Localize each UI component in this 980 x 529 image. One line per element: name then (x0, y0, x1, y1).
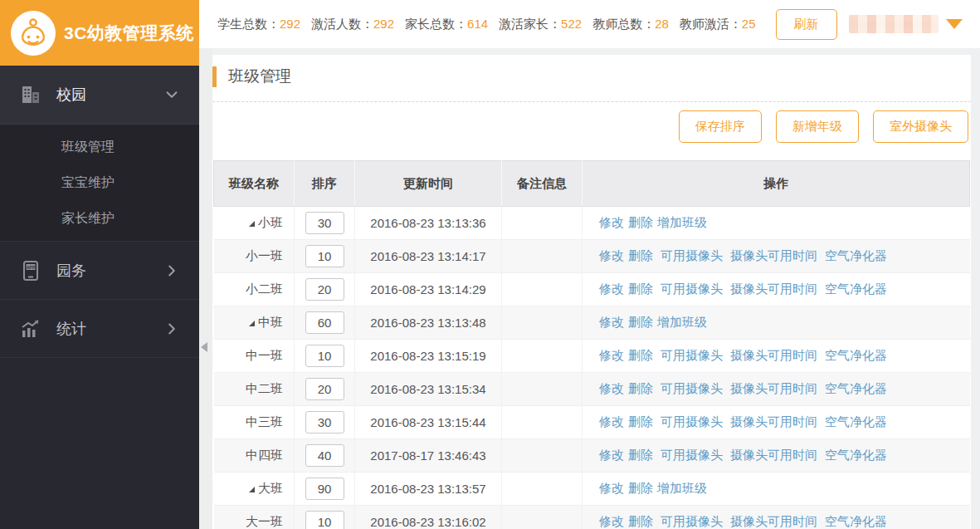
class-name-cell: 中二班 (214, 373, 295, 406)
sort-order-input[interactable] (305, 411, 344, 433)
delete-link[interactable]: 删除 (628, 315, 653, 329)
camera-time-link[interactable]: 摄像头可用时间 (730, 414, 817, 429)
edit-link[interactable]: 修改 (599, 481, 624, 495)
header-update-time: 更新时间 (355, 161, 502, 207)
refresh-button[interactable]: 刷新 (776, 9, 837, 40)
sidebar-item-campus[interactable]: 校园 (0, 66, 199, 124)
tree-expanded-icon[interactable] (249, 221, 255, 227)
class-name-cell: 大一班 (214, 506, 295, 529)
stat-teachers-total: 教师总数：28 (592, 17, 669, 32)
edit-link[interactable]: 修改 (599, 514, 624, 528)
delete-link[interactable]: 删除 (628, 248, 653, 262)
camera-time-link[interactable]: 摄像头可用时间 (730, 381, 817, 395)
delete-link[interactable]: 删除 (628, 448, 653, 462)
edit-link[interactable]: 修改 (599, 248, 624, 262)
actions-cell: 修改删除可用摄像头摄像头可用时间空气净化器 (583, 406, 970, 439)
add-class-link[interactable]: 增加班级 (657, 215, 707, 229)
edit-link[interactable]: 修改 (599, 381, 624, 395)
actions-cell: 修改删除增加班级 (583, 473, 970, 506)
note-cell (502, 240, 583, 273)
delete-link[interactable]: 删除 (628, 514, 653, 528)
edit-link[interactable]: 修改 (599, 282, 624, 296)
user-menu[interactable] (849, 0, 963, 48)
tree-expanded-icon[interactable] (249, 487, 255, 492)
sort-order-input[interactable] (305, 511, 344, 529)
sort-order-input[interactable] (305, 478, 344, 500)
sort-order-input[interactable] (305, 345, 344, 367)
sort-order-input[interactable] (305, 444, 344, 467)
air-purifier-link[interactable]: 空气净化器 (825, 448, 887, 462)
air-purifier-link[interactable]: 空气净化器 (825, 248, 887, 262)
delete-link[interactable]: 删除 (628, 414, 653, 429)
sidebar-collapse-icon[interactable] (201, 342, 207, 352)
sort-order-input[interactable] (305, 245, 344, 267)
sort-cell (295, 306, 355, 340)
note-cell (502, 373, 583, 406)
sidebar: 3C幼教管理系统 校园 班级管理 宝宝维护 家长维护 (0, 0, 199, 529)
camera-time-link[interactable]: 摄像头可用时间 (730, 248, 817, 262)
delete-link[interactable]: 删除 (628, 481, 653, 495)
user-dropdown-caret-icon (946, 19, 963, 29)
delete-link[interactable]: 删除 (628, 215, 653, 229)
available-cameras-link[interactable]: 可用摄像头 (661, 348, 723, 362)
actions-cell: 修改删除可用摄像头摄像头可用时间空气净化器 (583, 506, 970, 529)
header-sort: 排序 (295, 161, 355, 207)
actions-cell: 修改删除可用摄像头摄像头可用时间空气净化器 (583, 240, 970, 273)
note-cell (502, 473, 583, 506)
sidebar-item-label: 统计 (56, 319, 86, 339)
redacted-username (849, 15, 939, 33)
edit-link[interactable]: 修改 (599, 215, 624, 229)
camera-time-link[interactable]: 摄像头可用时间 (730, 348, 817, 362)
edit-link[interactable]: 修改 (599, 414, 624, 429)
note-cell (502, 207, 583, 240)
sort-order-input[interactable] (305, 212, 344, 234)
available-cameras-link[interactable]: 可用摄像头 (661, 381, 723, 395)
tree-expanded-icon[interactable] (249, 321, 255, 326)
available-cameras-link[interactable]: 可用摄像头 (661, 248, 723, 262)
app-title: 3C幼教管理系统 (64, 22, 194, 45)
camera-time-link[interactable]: 摄像头可用时间 (730, 448, 817, 462)
add-class-link[interactable]: 增加班级 (657, 481, 707, 495)
sort-order-input[interactable] (305, 278, 344, 301)
air-purifier-link[interactable]: 空气净化器 (825, 282, 887, 296)
sort-cell (295, 373, 355, 406)
sidebar-item-services[interactable]: APP 园务 (0, 241, 199, 299)
delete-link[interactable]: 删除 (628, 348, 653, 362)
bar-chart-icon (18, 316, 43, 341)
air-purifier-link[interactable]: 空气净化器 (825, 514, 887, 528)
sidebar-item-parent-maintenance[interactable]: 家长维护 (0, 200, 199, 236)
sort-order-input[interactable] (305, 378, 344, 400)
sidebar-item-statistics[interactable]: 统计 (0, 299, 199, 357)
table-row: 小班 2016-08-23 13:13:36 修改删除增加班级 (214, 207, 970, 240)
table-row: 大班 2016-08-23 13:13:57 修改删除增加班级 (214, 473, 970, 506)
available-cameras-link[interactable]: 可用摄像头 (661, 514, 723, 528)
edit-link[interactable]: 修改 (599, 315, 624, 329)
outdoor-camera-button[interactable]: 室外摄像头 (873, 110, 968, 143)
sidebar-item-class-management[interactable]: 班级管理 (0, 129, 199, 164)
add-class-link[interactable]: 增加班级 (657, 315, 707, 329)
save-sort-button[interactable]: 保存排序 (679, 110, 762, 143)
edit-link[interactable]: 修改 (599, 348, 624, 362)
note-cell (502, 406, 583, 439)
sort-order-input[interactable] (305, 311, 344, 334)
available-cameras-link[interactable]: 可用摄像头 (661, 282, 723, 296)
add-grade-button[interactable]: 新增年级 (776, 110, 859, 143)
edit-link[interactable]: 修改 (599, 448, 624, 462)
air-purifier-link[interactable]: 空气净化器 (825, 348, 887, 362)
delete-link[interactable]: 删除 (628, 282, 653, 296)
sort-cell (295, 506, 355, 529)
camera-time-link[interactable]: 摄像头可用时间 (730, 282, 817, 296)
available-cameras-link[interactable]: 可用摄像头 (661, 448, 723, 462)
air-purifier-link[interactable]: 空气净化器 (825, 381, 887, 395)
camera-time-link[interactable]: 摄像头可用时间 (730, 514, 817, 528)
air-purifier-link[interactable]: 空气净化器 (825, 414, 887, 429)
class-name-cell: 大班 (214, 473, 295, 506)
delete-link[interactable]: 删除 (628, 381, 653, 395)
table-row: 小二班 2016-08-23 13:14:29 修改删除可用摄像头摄像头可用时间… (214, 273, 970, 306)
note-cell (502, 306, 583, 340)
available-cameras-link[interactable]: 可用摄像头 (661, 414, 723, 429)
header-note: 备注信息 (502, 161, 583, 207)
table-row: 大一班 2016-08-23 13:16:02 修改删除可用摄像头摄像头可用时间… (214, 506, 970, 529)
sidebar-item-baby-maintenance[interactable]: 宝宝维护 (0, 164, 199, 200)
sidebar-gutter (199, 48, 212, 529)
